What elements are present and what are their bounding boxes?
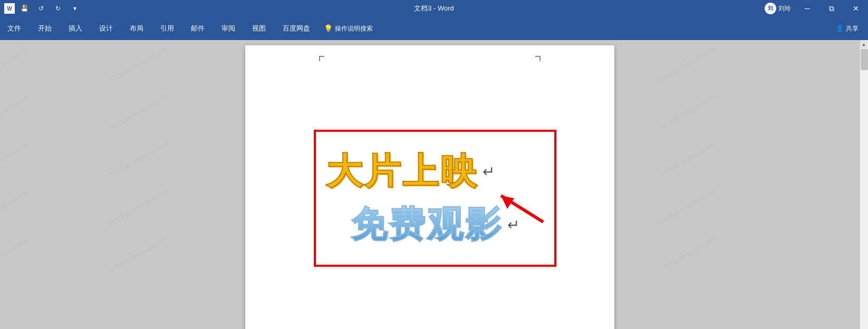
watermark: 东东部落×tongbuluo.com xyxy=(108,45,168,84)
title-bar-right: 刘 刘玲 ─ ⧉ ✕ xyxy=(760,0,868,17)
menu-review[interactable]: 审阅 xyxy=(218,22,238,35)
word-icon: W xyxy=(4,3,15,14)
share-label: 共享 xyxy=(846,24,859,33)
customize-quick-btn[interactable]: ▾ xyxy=(67,3,82,14)
undo-quick-btn[interactable]: ↺ xyxy=(34,3,49,14)
scrollbar-thumb[interactable] xyxy=(861,49,868,70)
search-label: 操作说明搜索 xyxy=(335,24,373,33)
search-box[interactable]: 💡 操作说明搜索 xyxy=(324,24,373,33)
scrollbar-up-arrow[interactable]: ▲ xyxy=(860,40,867,49)
watermark: 东东部落×tongbuluo.com xyxy=(0,188,31,227)
redo-quick-btn[interactable]: ↻ xyxy=(51,3,65,14)
close-btn[interactable]: ✕ xyxy=(844,0,868,17)
line2-text: 免费观影 xyxy=(351,201,503,249)
share-area: 👤 共享 xyxy=(831,20,864,37)
watermark: 东东部落×tongbuluo.com xyxy=(656,235,716,274)
title-bar: W 💾 ↺ ↻ ▾ 文档3 - Word 刘 刘玲 ─ ⧉ ✕ xyxy=(0,0,868,17)
watermark: 东东部落×tongbuluo.com xyxy=(656,188,716,227)
menu-references[interactable]: 引用 xyxy=(157,22,177,35)
watermark: 东东部落×tongbuluo.com xyxy=(108,140,168,179)
menu-home[interactable]: 开始 xyxy=(35,22,55,35)
corner-mark-tl xyxy=(319,56,324,61)
minimize-btn[interactable]: ─ xyxy=(795,0,819,17)
menu-baidu[interactable]: 百度网盘 xyxy=(279,22,313,35)
watermark: 东东部落×tongbuluo.com xyxy=(656,45,716,84)
user-name: 刘玲 xyxy=(778,4,791,13)
watermark: 东东部落×tongbuluo.com xyxy=(0,93,31,132)
save-quick-btn[interactable]: 💾 xyxy=(17,3,32,14)
user-avatar: 刘 xyxy=(765,3,776,14)
menu-insert[interactable]: 插入 xyxy=(65,22,85,35)
menu-file[interactable]: 文件 xyxy=(4,22,24,35)
watermark: 东东部落×tongbuluo.com xyxy=(108,188,168,227)
share-icon: 👤 xyxy=(836,25,844,32)
document-page: 大片上映 ↵ 免费观影 ↵ xyxy=(245,45,614,329)
watermark: 东东部落×tongbuluo.com xyxy=(0,235,31,274)
watermark: 东东部落×tongbuluo.com xyxy=(108,235,168,274)
line1-text: 大片上映 xyxy=(326,148,478,196)
lightbulb-icon: 💡 xyxy=(324,24,333,33)
arrow-svg xyxy=(485,185,548,227)
line1: 大片上映 ↵ xyxy=(326,148,495,196)
ribbon: 文件 开始 插入 设计 布局 引用 邮件 审阅 视图 百度网盘 💡 操作说明搜索… xyxy=(0,17,868,40)
watermark: 东东部落×tongbuluo.com xyxy=(0,45,31,84)
title-bar-left: W 💾 ↺ ↻ ▾ xyxy=(0,3,82,14)
menu-view[interactable]: 视图 xyxy=(249,22,269,35)
watermark: 东东部落×tongbuluo.com xyxy=(656,93,716,132)
watermark: 东东部落×tongbuluo.com xyxy=(656,140,716,179)
window-title: 文档3 - Word xyxy=(414,4,454,13)
enter-symbol-1: ↵ xyxy=(483,163,495,180)
restore-btn[interactable]: ⧉ xyxy=(819,0,844,17)
watermark: 东东部落×tongbuluo.com xyxy=(0,140,31,179)
scrollbar-vertical[interactable]: ▲ xyxy=(860,40,868,329)
watermark: 东东部落×tongbuluo.com xyxy=(108,93,168,132)
share-button[interactable]: 👤 共享 xyxy=(831,20,864,37)
corner-mark-tr xyxy=(535,56,541,61)
menu-layout[interactable]: 布局 xyxy=(127,22,147,35)
menu-design[interactable]: 设计 xyxy=(96,22,116,35)
document-area: 东东部落×tongbuluo.com 东东部落×tongbuluo.com 东东… xyxy=(0,40,860,329)
user-info[interactable]: 刘 刘玲 xyxy=(760,3,795,14)
menu-mailings[interactable]: 邮件 xyxy=(188,22,208,35)
